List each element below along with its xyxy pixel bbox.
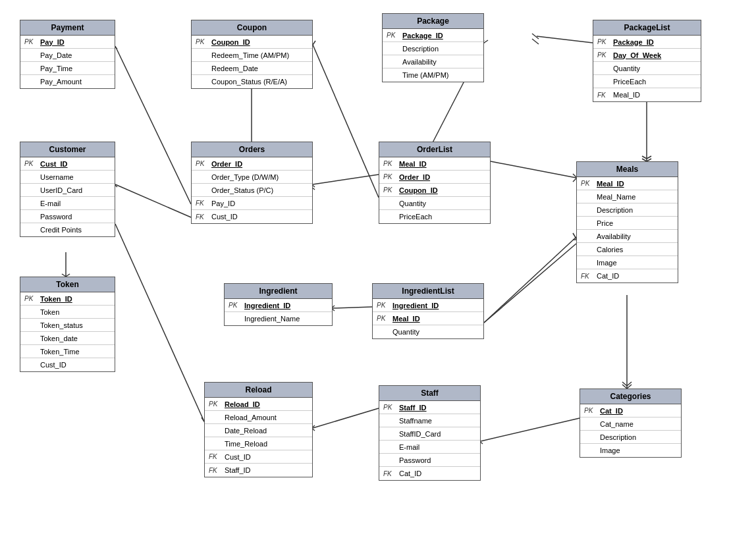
- table-staff: StaffPKStaff_IDStaffnameStaffID_CardE-ma…: [379, 385, 481, 481]
- table-row: PKCust_ID: [20, 157, 115, 171]
- field-name: Cat_ID: [399, 470, 476, 477]
- table-row: PKPackage_ID: [593, 36, 701, 49]
- table-row: Password: [379, 454, 480, 467]
- key-label: PK: [387, 32, 402, 39]
- key-label: PK: [229, 302, 244, 309]
- key-label: FK: [196, 213, 211, 221]
- field-name: Cust_ID: [225, 453, 308, 461]
- svg-line-12: [313, 45, 379, 198]
- table-row: Redeem_Time (AM/PM): [192, 49, 312, 62]
- key-label: PK: [24, 38, 40, 45]
- table-package: PackagePKPackage_IDDescriptionAvailabili…: [382, 13, 484, 82]
- field-name: Availability: [597, 232, 674, 240]
- table-row: E-mail: [20, 197, 115, 210]
- key-label: PK: [597, 38, 613, 45]
- table-categories: CategoriesPKCat_IDCat_nameDescriptionIma…: [580, 389, 682, 458]
- field-name: Token_ID: [40, 295, 111, 303]
- table-header-reload: Reload: [205, 383, 312, 398]
- table-row: Quantity: [379, 197, 490, 210]
- table-row: E-mail: [379, 441, 480, 454]
- key-label: PK: [383, 186, 399, 194]
- table-packagelist: PackageListPKPackage_IDPKDay_Of_WeekQuan…: [593, 20, 701, 102]
- table-row: Password: [20, 210, 115, 223]
- table-orderlist: OrderListPKMeal_IDPKOrder_IDPKCoupon_IDQ…: [379, 142, 491, 224]
- field-name: Quantity: [399, 200, 486, 207]
- key-label: FK: [209, 453, 225, 460]
- field-name: Image: [597, 259, 674, 267]
- field-name: Staff_ID: [225, 466, 308, 474]
- field-name: Token_status: [40, 321, 111, 329]
- field-name: E-mail: [40, 200, 111, 207]
- key-label: FK: [597, 92, 613, 99]
- field-name: Day_Of_Week: [613, 51, 697, 59]
- field-name: Token_Time: [40, 348, 111, 356]
- field-name: Quantity: [613, 65, 697, 72]
- svg-line-40: [313, 408, 379, 428]
- table-header-packagelist: PackageList: [593, 20, 701, 36]
- key-label: PK: [196, 38, 211, 45]
- field-name: Meal_ID: [392, 315, 479, 323]
- field-name: Pay_Amount: [40, 78, 111, 86]
- key-label: PK: [377, 302, 392, 309]
- table-row: Ingredient_Name: [225, 312, 332, 325]
- field-name: Order_Status (P/C): [211, 186, 308, 194]
- table-row: PKCoupon_ID: [379, 184, 490, 197]
- table-row: PKOrder_ID: [192, 157, 312, 171]
- table-row: Order_Type (D/W/M): [192, 171, 312, 184]
- table-row: Token: [20, 306, 115, 319]
- svg-line-26: [642, 156, 647, 159]
- table-header-categories: Categories: [580, 389, 681, 404]
- table-row: PriceEach: [593, 75, 701, 88]
- field-name: Redeem_Time (AM/PM): [211, 51, 308, 59]
- field-name: Pay_Time: [40, 65, 111, 72]
- field-name: Time (AM/PM): [402, 71, 479, 79]
- field-name: Calories: [597, 246, 674, 254]
- table-row: PKCoupon_ID: [192, 36, 312, 49]
- diagram-container: PaymentPKPay_IDPay_DatePay_TimePay_Amoun…: [0, 0, 756, 538]
- table-row: Staffname: [379, 414, 480, 427]
- table-header-coupon: Coupon: [192, 20, 312, 36]
- svg-line-20: [537, 36, 593, 43]
- field-name: Staffname: [399, 417, 476, 425]
- table-row: Description: [580, 431, 681, 444]
- table-row: PriceEach: [379, 210, 490, 223]
- field-name: PriceEach: [613, 78, 697, 86]
- field-name: Token_date: [40, 335, 111, 342]
- field-name: Staff_ID: [399, 404, 476, 412]
- table-header-orderlist: OrderList: [379, 142, 490, 157]
- field-name: Cust_ID: [40, 361, 111, 369]
- table-payment: PaymentPKPay_IDPay_DatePay_TimePay_Amoun…: [20, 20, 115, 89]
- field-name: Pay_ID: [211, 200, 308, 207]
- table-row: Pay_Amount: [20, 75, 115, 88]
- svg-line-14: [313, 175, 379, 184]
- field-name: E-mail: [399, 443, 476, 451]
- field-name: Password: [399, 456, 476, 464]
- field-name: Quantity: [392, 328, 479, 336]
- table-row: Availability: [577, 230, 678, 243]
- svg-line-3: [115, 184, 191, 217]
- key-label: PK: [377, 315, 392, 322]
- table-row: Image: [577, 256, 678, 269]
- table-row: PKToken_ID: [20, 292, 115, 306]
- field-name: Description: [402, 45, 479, 53]
- table-row: Token_Time: [20, 345, 115, 358]
- field-name: Time_Reload: [225, 440, 308, 448]
- field-name: Cust_ID: [211, 213, 308, 221]
- field-name: Coupon_ID: [211, 38, 308, 46]
- svg-line-31: [484, 237, 576, 323]
- table-row: PKMeal_ID: [379, 157, 490, 171]
- table-row: Time_Reload: [205, 437, 312, 450]
- table-row: Token_date: [20, 332, 115, 345]
- table-row: PKReload_ID: [205, 398, 312, 411]
- table-row: FKCat_ID: [577, 269, 678, 282]
- key-label: PK: [383, 160, 399, 167]
- table-row: Quantity: [373, 325, 483, 338]
- table-header-customer: Customer: [20, 142, 115, 157]
- table-row: FKPay_ID: [192, 197, 312, 210]
- field-name: Password: [40, 213, 111, 221]
- key-label: FK: [209, 467, 225, 474]
- table-row: Reload_Amount: [205, 411, 312, 424]
- table-row: FKCust_ID: [192, 210, 312, 223]
- table-ingredient: IngredientPKIngredient_IDIngredient_Name: [224, 283, 333, 326]
- key-label: PK: [209, 400, 225, 408]
